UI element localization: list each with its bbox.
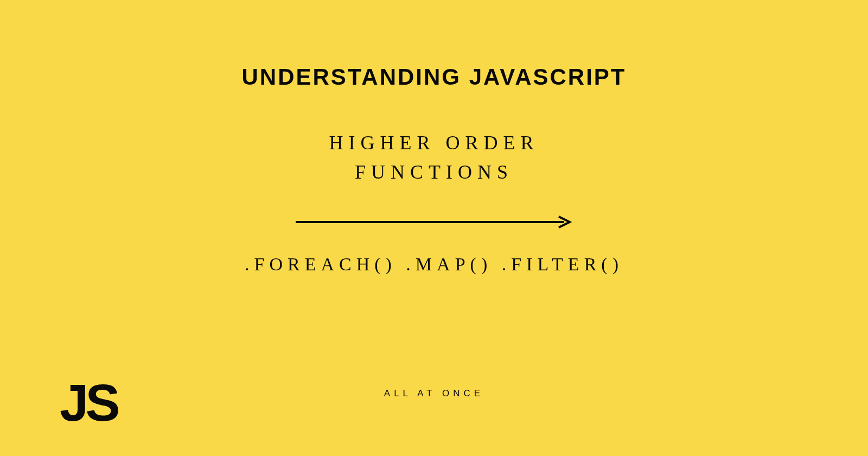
arrow-icon [293, 214, 575, 232]
js-logo: JS [60, 377, 117, 429]
methods-text: .FOREACH() .MAP() .FILTER() [245, 254, 623, 275]
main-title: UNDERSTANDING JAVASCRIPT [241, 64, 626, 90]
subtitle: HIGHER ORDER FUNCTIONS [329, 128, 539, 187]
subtitle-line-2: FUNCTIONS [355, 161, 513, 183]
card-container: UNDERSTANDING JAVASCRIPT HIGHER ORDER FU… [0, 0, 868, 456]
subtitle-line-1: HIGHER ORDER [329, 132, 539, 154]
footer-text: ALL AT ONCE [384, 388, 484, 399]
